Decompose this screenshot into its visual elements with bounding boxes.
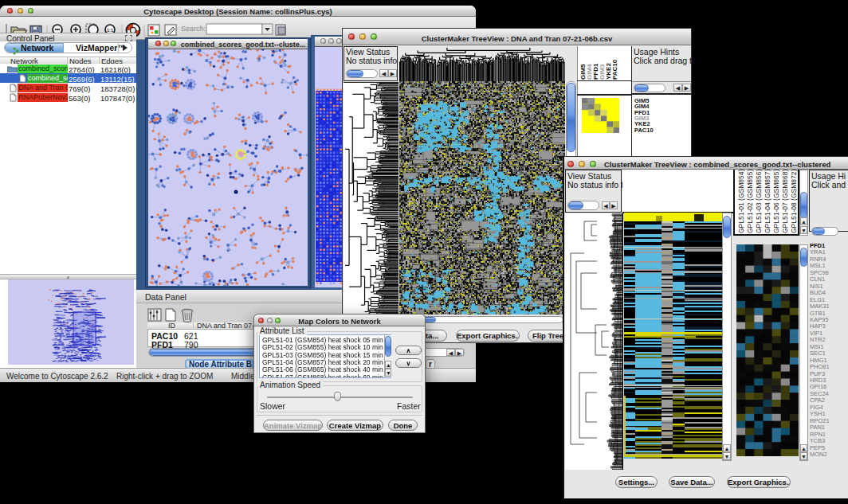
svg-text:1:1: 1:1 [107,28,113,33]
svg-text:Search:: Search: [181,25,206,33]
